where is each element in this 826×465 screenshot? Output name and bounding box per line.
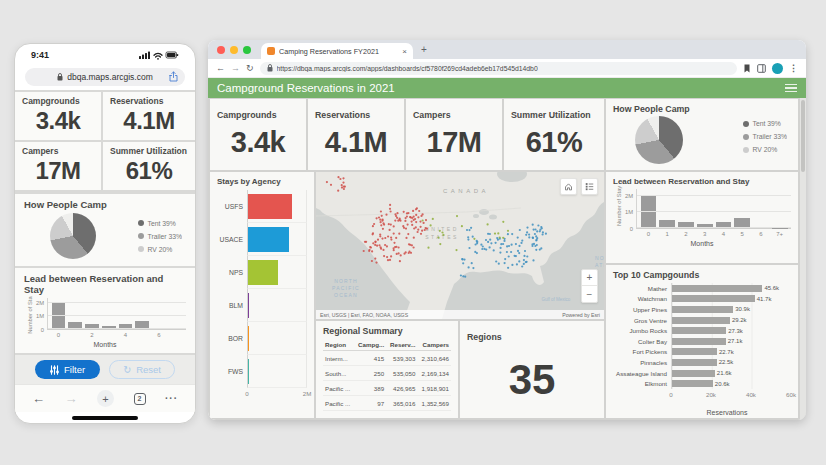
filter-button[interactable]: Filter [35, 360, 100, 379]
bar[interactable] [248, 227, 289, 252]
browser-menu-icon[interactable]: ⋮ [789, 63, 798, 73]
regional-summary-table[interactable]: RegionCampg...Reserv...CampersInterm...4… [323, 339, 451, 411]
lead-bar-chart[interactable] [636, 189, 791, 229]
zoom-out-button[interactable]: − [582, 286, 597, 302]
bar[interactable] [672, 359, 717, 366]
sliders-icon [50, 365, 59, 375]
chart-bar-row[interactable]: NPS [217, 256, 307, 289]
map-legend-button[interactable] [581, 178, 598, 195]
chart-bar-row[interactable]: BOR [217, 322, 307, 355]
legend-item[interactable]: Tent 39% [138, 217, 183, 230]
map-panel[interactable]: CANADA UNITED STATES NORTH PACIFIC OCEAN… [316, 172, 604, 319]
scrollbar-thumb[interactable] [801, 100, 805, 172]
forward-icon[interactable]: → [231, 63, 240, 73]
column-header: Region [323, 339, 354, 351]
home-indicator[interactable] [72, 416, 138, 420]
chart-bar-row[interactable]: Gros Ventre29.2k [613, 315, 791, 326]
y-tick: 1M [625, 209, 633, 215]
bar-value-label: 22.7k [719, 349, 734, 355]
table-cell: 1,918,901 [417, 381, 451, 396]
bar[interactable] [672, 348, 717, 355]
legend-item[interactable]: RV 20% [743, 143, 788, 156]
x-axis-ticks: 0246 [48, 330, 186, 338]
bar[interactable] [672, 327, 726, 334]
hamburger-menu-icon[interactable] [785, 84, 797, 93]
bar[interactable] [248, 260, 278, 285]
legend-item[interactable]: Trailer 33% [743, 130, 788, 143]
back-icon[interactable]: ← [216, 63, 225, 73]
new-tab-button[interactable]: + [421, 44, 427, 55]
close-window-icon[interactable] [217, 46, 225, 54]
stat-campgrounds: Campgrounds 3.4k [15, 92, 101, 140]
maximize-window-icon[interactable] [243, 46, 251, 54]
chart-bar-row[interactable]: BLM [217, 289, 307, 322]
map-home-button[interactable] [560, 178, 577, 195]
close-tab-icon[interactable]: × [402, 47, 407, 56]
bar[interactable] [248, 326, 249, 351]
map-label-us1: UNITED [425, 226, 459, 232]
new-tab-icon[interactable]: + [97, 390, 114, 407]
stat-label: Campgrounds [22, 96, 94, 106]
x-tick: 20k [706, 391, 716, 398]
tabs-icon[interactable]: 2 [134, 393, 146, 405]
table-cell: Interm... [323, 351, 354, 366]
lead-bar-chart[interactable] [47, 298, 186, 330]
bar[interactable] [672, 306, 733, 313]
legend-item[interactable]: Tent 39% [743, 117, 788, 130]
chart-bar-row[interactable]: Mather45.6k [613, 283, 791, 294]
bar-track: 21.6k [671, 368, 791, 379]
table-row[interactable]: Interm...415539,3032,310,646 [323, 351, 451, 366]
stat-reservations: Reservations 4.1M [308, 99, 404, 170]
chart-bar-row[interactable]: Jumbo Rocks27.3k [613, 325, 791, 336]
reload-icon[interactable]: ↻ [246, 63, 254, 73]
bookmark-icon[interactable] [743, 64, 751, 73]
address-bar[interactable]: https://dbqa.maps.arcgis.com/apps/dashbo… [260, 62, 737, 75]
phone-url-bar[interactable]: dbqa.maps.arcgis.com [25, 68, 185, 86]
stat-campgrounds: Campgrounds 3.4k [210, 99, 306, 170]
forward-icon[interactable]: → [65, 391, 78, 406]
top10-bar-chart[interactable]: Mather45.6kWatchman41.7kUpper Pines30.9k… [613, 283, 791, 400]
profile-avatar[interactable] [772, 63, 783, 74]
lead-panel: Lead between Reservation and Stay Number… [606, 172, 798, 263]
chart-bar-row[interactable]: USFS [217, 190, 307, 223]
bar[interactable] [672, 285, 762, 292]
chart-bar-row[interactable]: Elkmont20.6k [613, 378, 791, 389]
how-people-camp-pie[interactable] [50, 213, 96, 259]
reset-button[interactable]: ↻ Reset [109, 360, 175, 379]
bar[interactable] [672, 338, 726, 345]
more-icon[interactable]: ··· [165, 393, 178, 404]
chart-bar-row[interactable]: Colter Bay27.1k [613, 336, 791, 347]
chart-bar-row[interactable]: Upper Pines30.9k [613, 304, 791, 315]
bar[interactable] [672, 370, 715, 377]
back-icon[interactable]: ← [32, 391, 45, 406]
chart-bar-row[interactable]: FWS [217, 355, 307, 388]
how-people-camp-pie[interactable] [635, 116, 683, 164]
bar[interactable] [672, 295, 755, 302]
bar[interactable] [672, 317, 730, 324]
bar[interactable] [672, 380, 713, 387]
chart-bar-row[interactable]: USACE [217, 223, 307, 256]
pie-legend: Tent 39%Trailer 33%RV 20% [138, 217, 183, 256]
chart-bar-row[interactable]: Pinnacles22.5k [613, 357, 791, 368]
bar[interactable] [248, 293, 249, 318]
chart-bar-row[interactable]: Watchman41.7k [613, 294, 791, 305]
browser-tab[interactable]: Camping Reservations FY2021 × [261, 43, 413, 59]
y-tick: 0 [41, 327, 44, 333]
dashboard-scrollbar[interactable] [800, 98, 806, 420]
legend-item[interactable]: Trailer 33% [138, 230, 183, 243]
bar[interactable] [248, 194, 292, 219]
legend-item[interactable]: RV 20% [138, 243, 183, 256]
minimize-window-icon[interactable] [230, 46, 238, 54]
table-header-row: RegionCampg...Reserv...Campers [323, 339, 451, 351]
table-row[interactable]: Pacific ...389426,9651,918,901 [323, 381, 451, 396]
zoom-in-button[interactable]: + [582, 270, 597, 286]
gridline [48, 328, 186, 329]
table-cell: 365,016 [386, 396, 417, 411]
chart-bar-row[interactable]: Fort Pickens22.7k [613, 347, 791, 358]
table-row[interactable]: South...250535,0502,169,134 [323, 366, 451, 381]
stays-by-agency-chart[interactable]: USFSUSACENPSBLMBORFWS02M [217, 190, 307, 418]
table-row[interactable]: Pacific ...97365,0161,352,569 [323, 396, 451, 411]
side-panel-icon[interactable] [757, 64, 766, 73]
chart-bar-row[interactable]: Assateague Island21.6k [613, 368, 791, 379]
share-icon[interactable] [169, 71, 178, 82]
